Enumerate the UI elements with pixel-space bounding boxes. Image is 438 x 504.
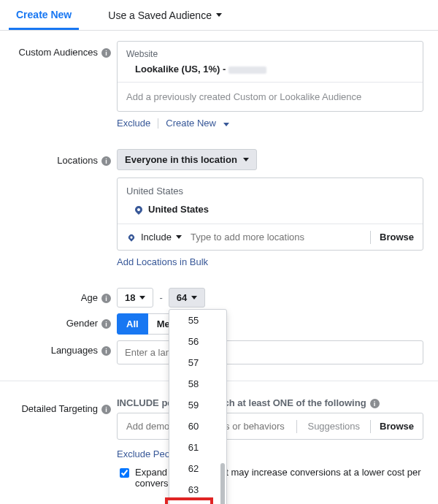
suggestions-link[interactable]: Suggestions bbox=[303, 421, 364, 432]
tab-saved-audience[interactable]: Use a Saved Audience bbox=[101, 1, 229, 30]
age-menu-item-label: 62 bbox=[188, 463, 199, 474]
age-menu-item-label: 59 bbox=[188, 400, 199, 411]
caret-down-icon bbox=[216, 13, 222, 17]
exclude-link[interactable]: Exclude bbox=[117, 118, 150, 129]
detailed-targeting-input-row: Suggestions Browse bbox=[117, 413, 423, 440]
age-from-value: 18 bbox=[125, 292, 135, 303]
divider bbox=[158, 118, 158, 129]
location-search-input[interactable] bbox=[186, 229, 364, 245]
info-icon[interactable]: i bbox=[101, 156, 111, 166]
tab-saved-audience-label: Use a Saved Audience bbox=[108, 9, 212, 21]
include-text: Include bbox=[141, 232, 172, 243]
age-menu-item[interactable]: 59 bbox=[169, 394, 226, 416]
age-menu-item-label: 55 bbox=[188, 315, 199, 326]
expand-targeting-checkbox[interactable] bbox=[120, 468, 129, 478]
age-menu-item[interactable]: 58 bbox=[169, 373, 226, 394]
browse-locations[interactable]: Browse bbox=[377, 230, 417, 244]
include-header-prefix: INCLUDE pe bbox=[117, 397, 173, 408]
label-detailed-targeting: Detailed Targeting i bbox=[0, 397, 117, 489]
label-detailed-targeting-text: Detailed Targeting bbox=[21, 403, 98, 414]
create-new-text: Create New bbox=[166, 118, 216, 129]
age-menu-item-label: 56 bbox=[188, 336, 199, 347]
caret-down-icon bbox=[191, 296, 197, 299]
label-age-text: Age bbox=[81, 292, 98, 303]
add-locations-bulk-link[interactable]: Add Locations in Bulk bbox=[117, 256, 208, 267]
info-icon[interactable]: i bbox=[101, 405, 111, 414]
caret-down-icon bbox=[223, 123, 229, 126]
age-menu-item[interactable]: 60 bbox=[169, 416, 226, 437]
age-menu-item[interactable]: 57 bbox=[169, 352, 226, 373]
expand-prefix: Expand bbox=[135, 467, 167, 478]
age-menu-item[interactable]: 55 bbox=[169, 310, 226, 331]
include-header: INCLUDE pe ch at least ONE of the follow… bbox=[117, 397, 423, 408]
label-gender: Gender i bbox=[0, 313, 117, 335]
age-menu-item[interactable]: 61 bbox=[169, 437, 226, 458]
divider bbox=[370, 231, 371, 244]
locations-box: United States United States Include Brow… bbox=[117, 177, 423, 251]
languages-input[interactable] bbox=[117, 340, 423, 364]
age-menu-item[interactable]: ✓64 bbox=[169, 500, 226, 504]
label-age: Age i bbox=[0, 288, 117, 308]
label-custom-audiences: Custom Audiences i bbox=[0, 41, 117, 129]
location-group-header: United States bbox=[118, 178, 423, 199]
location-item-text: United States bbox=[148, 204, 209, 215]
age-dash: - bbox=[159, 292, 162, 303]
caret-down-icon bbox=[243, 158, 249, 161]
pin-icon bbox=[134, 204, 144, 214]
info-icon[interactable]: i bbox=[101, 48, 111, 58]
age-menu-item-label: 61 bbox=[188, 442, 199, 453]
lookalike-text: Lookalike (US, 1%) - bbox=[135, 64, 228, 75]
info-icon[interactable]: i bbox=[370, 399, 380, 408]
age-to-menu: 555657585960616263✓6465+ bbox=[169, 309, 227, 504]
info-icon[interactable]: i bbox=[101, 294, 111, 303]
age-menu-item[interactable]: 63 bbox=[169, 479, 226, 500]
include-dropdown[interactable]: Include bbox=[123, 229, 186, 245]
label-custom-audiences-text: Custom Audiences bbox=[19, 47, 98, 58]
info-icon[interactable]: i bbox=[101, 319, 111, 329]
scrollbar[interactable] bbox=[220, 463, 225, 504]
expand-targeting-row: Expand it may increase conversions at a … bbox=[117, 467, 423, 489]
pin-icon bbox=[127, 233, 135, 241]
age-menu-item-label: 63 bbox=[188, 484, 199, 495]
location-type-dropdown[interactable]: Everyone in this location bbox=[117, 149, 257, 170]
info-icon[interactable]: i bbox=[101, 346, 111, 356]
lookalike-chip[interactable]: Lookalike (US, 1%) - bbox=[126, 64, 414, 75]
age-from-dropdown[interactable]: 18 bbox=[117, 288, 153, 308]
age-menu-item[interactable]: 62 bbox=[169, 458, 226, 479]
location-type-value: Everyone in this location bbox=[125, 154, 237, 165]
age-menu-item[interactable]: 56 bbox=[169, 331, 226, 352]
website-label: Website bbox=[126, 49, 414, 59]
audience-tabs: Create New Use a Saved Audience bbox=[0, 0, 438, 31]
location-item[interactable]: United States bbox=[118, 199, 423, 224]
custom-audience-add-input[interactable]: Add a previously created Custom or Looka… bbox=[118, 83, 423, 111]
section-age: Age i 18 - 64 bbox=[0, 278, 438, 310]
custom-audiences-box: Website Lookalike (US, 1%) - Add a previ… bbox=[117, 41, 423, 112]
caret-down-icon bbox=[139, 296, 145, 299]
gender-all-button[interactable]: All bbox=[117, 313, 148, 335]
exclude-people-link[interactable]: Exclude Peop bbox=[117, 448, 175, 459]
age-menu-item-label: 57 bbox=[188, 357, 199, 368]
caret-down-icon bbox=[176, 235, 182, 239]
create-new-link[interactable]: Create New bbox=[166, 118, 228, 129]
divider bbox=[370, 420, 371, 433]
label-locations: Locations i bbox=[0, 149, 117, 267]
browse-targeting[interactable]: Browse bbox=[377, 419, 417, 433]
gender-buttons: All Me bbox=[117, 313, 423, 335]
tab-create-new[interactable]: Create New bbox=[9, 0, 79, 30]
label-languages-text: Languages bbox=[51, 345, 98, 356]
section-locations: Locations i Everyone in this location Un… bbox=[0, 139, 438, 278]
age-menu-item-label: 60 bbox=[188, 421, 199, 432]
label-locations-text: Locations bbox=[57, 155, 98, 166]
include-header-suffix: ch at least ONE of the following bbox=[224, 397, 366, 408]
age-to-dropdown[interactable]: 64 bbox=[169, 288, 205, 308]
age-menu-item-label: 58 bbox=[188, 378, 199, 389]
obscured-name bbox=[228, 66, 266, 74]
section-custom-audiences: Custom Audiences i Website Lookalike (US… bbox=[0, 31, 438, 139]
label-languages: Languages i bbox=[0, 340, 117, 364]
divider bbox=[296, 420, 297, 433]
age-to-value: 64 bbox=[177, 292, 187, 303]
label-gender-text: Gender bbox=[66, 318, 98, 329]
